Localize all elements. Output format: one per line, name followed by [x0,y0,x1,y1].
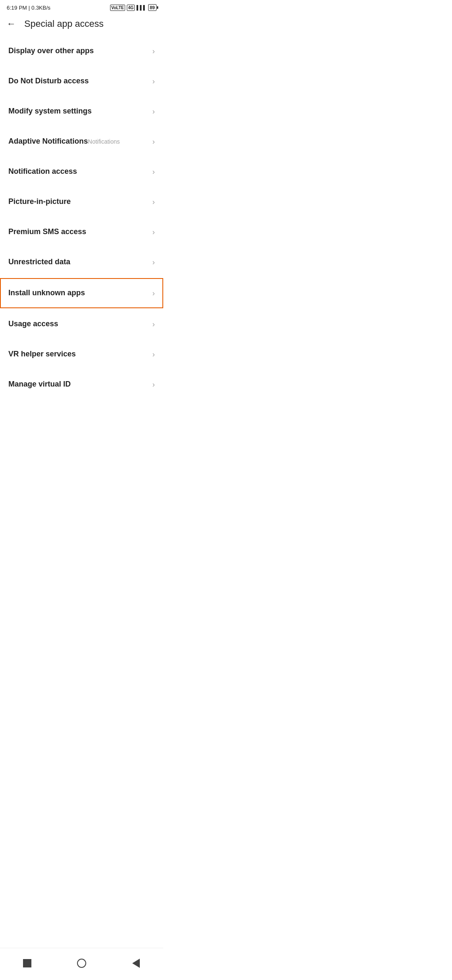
menu-item-content-adaptive-notifications: Adaptive NotificationsNotifications [8,137,147,146]
menu-item-title-premium-sms-access: Premium SMS access [8,227,86,236]
menu-content: Display over other apps›Do Not Disturb a… [0,36,163,433]
menu-item-content-usage-access: Usage access [8,319,147,329]
menu-item-content-modify-system-settings: Modify system settings [8,106,147,116]
menu-item-content-notification-access: Notification access [8,167,147,176]
chevron-right-icon-usage-access: › [152,320,155,329]
menu-item-content-picture-in-picture: Picture-in-picture [8,197,147,206]
page-title: Special app access [24,18,104,29]
header: ← Special app access [0,13,163,36]
menu-item-adaptive-notifications[interactable]: Adaptive NotificationsNotifications› [0,126,163,157]
menu-item-title-notification-access: Notification access [8,167,77,175]
menu-item-unrestricted-data[interactable]: Unrestricted data› [0,247,163,277]
chevron-right-icon-adaptive-notifications: › [152,137,155,146]
menu-item-title-modify-system-settings: Modify system settings [8,107,92,115]
status-icons: VoLTE 4G ▌▌▌ 89 [110,4,157,11]
chevron-right-icon-vr-helper-services: › [152,350,155,359]
menu-item-premium-sms-access[interactable]: Premium SMS access› [0,217,163,247]
signal-icon: ▌▌▌ [136,5,146,10]
settings-list: Display over other apps›Do Not Disturb a… [0,36,163,400]
menu-item-content-vr-helper-services: VR helper services [8,349,147,359]
network-4g-icon: 4G [127,5,135,11]
menu-item-do-not-disturb-access[interactable]: Do Not Disturb access› [0,66,163,96]
menu-item-modify-system-settings[interactable]: Modify system settings› [0,96,163,126]
menu-item-content-premium-sms-access: Premium SMS access [8,227,147,237]
menu-item-usage-access[interactable]: Usage access› [0,309,163,339]
chevron-right-icon-install-unknown-apps: › [152,289,155,298]
menu-item-title-usage-access: Usage access [8,320,58,328]
menu-item-install-unknown-apps[interactable]: Install unknown apps› [0,278,163,308]
chevron-right-icon-modify-system-settings: › [152,107,155,116]
menu-item-picture-in-picture[interactable]: Picture-in-picture› [0,187,163,217]
chevron-right-icon-do-not-disturb-access: › [152,77,155,86]
status-speed: 0.3KB/s [31,5,51,11]
menu-item-title-install-unknown-apps: Install unknown apps [8,289,85,297]
menu-item-content-install-unknown-apps: Install unknown apps [8,288,147,298]
menu-item-subtitle-adaptive-notifications: Notifications [88,138,120,145]
status-network-speed: | [28,5,31,11]
menu-item-content-manage-virtual-id: Manage virtual ID [8,379,147,389]
menu-item-content-display-over-other-apps: Display over other apps [8,46,147,56]
menu-item-title-do-not-disturb-access: Do Not Disturb access [8,77,89,85]
volte-icon: VoLTE [110,5,125,11]
menu-item-title-manage-virtual-id: Manage virtual ID [8,380,71,388]
menu-item-display-over-other-apps[interactable]: Display over other apps› [0,36,163,66]
chevron-right-icon-notification-access: › [152,168,155,176]
menu-item-title-adaptive-notifications: Adaptive Notifications [8,137,88,145]
status-bar: 6:19 PM | 0.3KB/s VoLTE 4G ▌▌▌ 89 [0,0,163,13]
menu-item-title-vr-helper-services: VR helper services [8,350,76,358]
battery-icon: 89 [148,4,157,11]
chevron-right-icon-unrestricted-data: › [152,258,155,267]
menu-item-notification-access[interactable]: Notification access› [0,157,163,187]
menu-item-manage-virtual-id[interactable]: Manage virtual ID› [0,369,163,400]
menu-item-title-display-over-other-apps: Display over other apps [8,46,94,55]
menu-item-title-picture-in-picture: Picture-in-picture [8,197,71,206]
menu-item-title-unrestricted-data: Unrestricted data [8,258,70,266]
menu-item-content-do-not-disturb-access: Do Not Disturb access [8,76,147,86]
status-time-network: 6:19 PM | 0.3KB/s [7,5,51,11]
status-time: 6:19 PM [7,5,27,11]
menu-item-content-unrestricted-data: Unrestricted data [8,257,147,267]
back-button[interactable]: ← [7,19,16,28]
chevron-right-icon-display-over-other-apps: › [152,47,155,56]
chevron-right-icon-manage-virtual-id: › [152,380,155,389]
menu-item-vr-helper-services[interactable]: VR helper services› [0,339,163,369]
chevron-right-icon-picture-in-picture: › [152,198,155,206]
chevron-right-icon-premium-sms-access: › [152,228,155,237]
